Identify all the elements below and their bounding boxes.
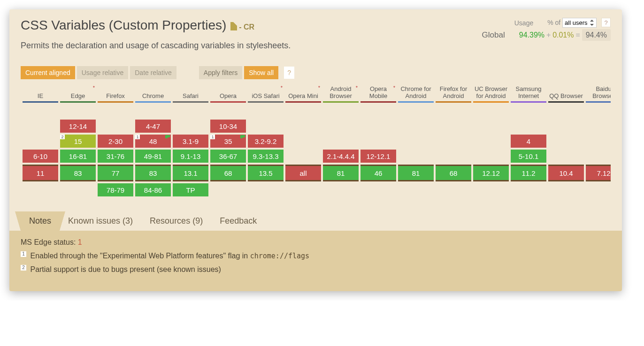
header-row: CSS Variables (Custom Properties) - CR P… [9, 18, 622, 52]
version-cell [23, 120, 58, 133]
version-cell[interactable]: 2-30 [98, 135, 133, 148]
browser-header[interactable]: Edge* [60, 85, 96, 103]
version-cell [436, 150, 471, 163]
future-version-cell[interactable]: TP [173, 183, 208, 196]
info-tabs: Notes Known issues (3) Resources (9) Fee… [9, 211, 622, 231]
show-all-button[interactable]: Show all [244, 66, 278, 79]
version-cell [98, 105, 133, 118]
version-cell[interactable]: 49-81 [135, 150, 171, 163]
asterisk-icon: * [318, 85, 320, 90]
future-version-cell[interactable]: 78-79 [98, 183, 133, 196]
help-button[interactable]: ? [601, 18, 611, 27]
version-cell[interactable]: 12-12.1 [360, 150, 396, 163]
version-cell[interactable]: 31-76 [98, 150, 133, 163]
browser-header[interactable]: Chrome [135, 85, 171, 103]
version-cell [210, 105, 246, 118]
current-version-cell[interactable]: 83 [135, 165, 171, 181]
version-cell[interactable]: 4-47 [135, 120, 171, 133]
browser-header[interactable]: UC Browser for Android [473, 85, 509, 103]
browser-header[interactable]: iOS Safari* [248, 85, 284, 103]
tab-resources[interactable]: Resources (9) [141, 211, 211, 231]
current-version-cell[interactable]: 11.2 [511, 165, 546, 181]
spec-doc-icon[interactable] [230, 22, 237, 30]
future-version-cell [248, 183, 284, 196]
version-cell[interactable]: 10-34 [210, 120, 246, 133]
scope-select[interactable]: all users [562, 18, 597, 28]
footnote-1-text: Enabled through the "Experimental Web Pl… [30, 252, 250, 260]
tab-feedback[interactable]: Feedback [211, 211, 265, 231]
browser-header[interactable]: Opera Mobile* [360, 85, 396, 103]
current-version-cell[interactable]: 77 [98, 165, 133, 181]
current-version-cell[interactable]: 13.1 [173, 165, 208, 181]
current-version-cell[interactable]: all [285, 165, 321, 181]
version-cell[interactable]: 36-67 [210, 150, 246, 163]
browser-header[interactable]: Opera Mini* [285, 85, 321, 103]
version-cell [473, 135, 509, 148]
tab-notes[interactable]: Notes [21, 211, 60, 231]
version-cell [323, 105, 359, 118]
current-version-cell[interactable]: 68 [210, 165, 246, 181]
version-cell[interactable]: 4 [511, 135, 546, 148]
apply-filters-button[interactable]: Apply filters [199, 66, 242, 79]
browser-header[interactable]: IE [23, 85, 58, 103]
browser-header[interactable]: Firefox [98, 85, 133, 103]
browser-header[interactable]: Android Browser* [323, 85, 359, 103]
current-version-cell[interactable]: 83 [60, 165, 96, 181]
browser-header[interactable]: Chrome for Android [398, 85, 434, 103]
version-cell [473, 105, 509, 118]
version-cell[interactable]: 5-10.1 [511, 150, 546, 163]
date-relative-button[interactable]: Date relative [130, 66, 176, 79]
current-version-cell[interactable]: 11 [23, 165, 58, 181]
future-version-cell [436, 183, 471, 196]
current-aligned-button[interactable]: Current aligned [21, 66, 75, 79]
tab-issues[interactable]: Known issues (3) [60, 211, 141, 231]
version-cell[interactable]: 3.1-9 [173, 135, 208, 148]
browser-header[interactable]: Opera [210, 85, 246, 103]
current-version-cell[interactable]: 10.4 [548, 165, 584, 181]
browser-header[interactable]: Safari [173, 85, 208, 103]
version-cell [285, 120, 321, 133]
version-cell[interactable]: 481 [135, 135, 171, 148]
support-table-scroll[interactable]: IEEdge*FirefoxChromeSafariOperaiOS Safar… [21, 83, 611, 203]
version-cell[interactable]: 152 [60, 135, 96, 148]
footnote-2-text: Partial support is due to bugs present (… [30, 266, 221, 274]
version-cell [436, 120, 471, 133]
version-cell[interactable]: 2.1-4.4.4 [323, 150, 359, 163]
future-version-cell [210, 183, 246, 196]
feature-panel: CSS Variables (Custom Properties) - CR P… [9, 9, 622, 291]
version-cell [323, 135, 359, 148]
future-version-cell [60, 183, 96, 196]
browser-header[interactable]: Firefox for Android [436, 85, 471, 103]
current-version-cell[interactable]: 46 [360, 165, 396, 181]
version-cell[interactable]: 12-14 [60, 120, 96, 133]
current-version-cell[interactable]: 13.5 [248, 165, 284, 181]
edge-status-value[interactable]: 1 [78, 238, 82, 246]
version-cell[interactable]: 9.1-13 [173, 150, 208, 163]
version-cell [473, 150, 509, 163]
asterisk-icon: * [356, 85, 358, 90]
future-version-cell[interactable]: 84-86 [135, 183, 171, 196]
current-version-cell[interactable]: 7.12 [586, 165, 611, 181]
version-cell [173, 120, 208, 133]
usage-label: Usage [514, 19, 533, 27]
flag-icon [240, 135, 245, 138]
controls-help-button[interactable]: ? [284, 67, 294, 79]
version-cell[interactable]: 3.2-9.2 [248, 135, 284, 148]
browser-header[interactable]: Baidu Browser [586, 85, 611, 103]
usage-relative-button[interactable]: Usage relative [77, 66, 129, 79]
equals-op: = [575, 31, 580, 39]
view-controls: Current aligned Usage relative Date rela… [9, 66, 622, 79]
browser-header[interactable]: Samsung Internet [511, 85, 546, 103]
version-cell[interactable]: 9.3-13.3 [248, 150, 284, 163]
version-cell[interactable]: 351 [210, 135, 246, 148]
current-version-cell[interactable]: 81 [398, 165, 434, 181]
version-cell[interactable]: 6-10 [23, 150, 58, 163]
version-cell [98, 120, 133, 133]
version-cell[interactable]: 16-81 [60, 150, 96, 163]
current-version-cell[interactable]: 68 [436, 165, 471, 181]
current-version-cell[interactable]: 81 [323, 165, 359, 181]
current-version-cell[interactable]: 12.12 [473, 165, 509, 181]
pct-total: 94.4% [582, 29, 611, 41]
browser-header[interactable]: QQ Browser [548, 85, 584, 103]
version-cell [398, 120, 434, 133]
